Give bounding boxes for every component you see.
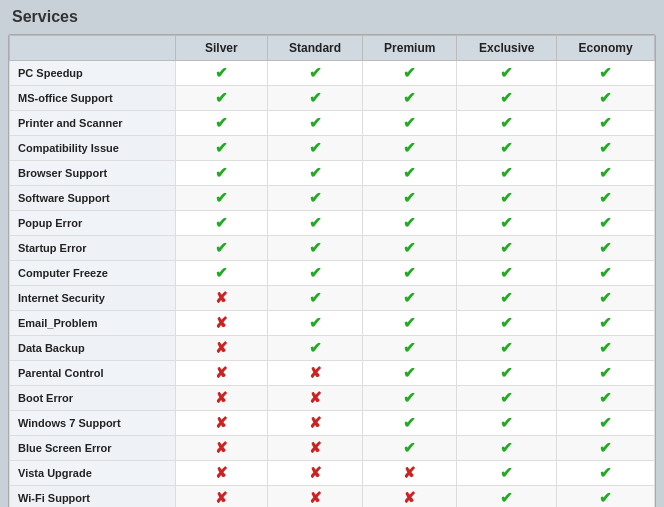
check-icon: ✔ xyxy=(500,239,513,256)
check-icon: ✔ xyxy=(500,364,513,381)
service-label: Boot Error xyxy=(10,386,176,411)
table-row: Wi-Fi Support✘✘✘✔✔ xyxy=(10,486,655,508)
cell-silver: ✔ xyxy=(175,61,268,86)
check-icon: ✔ xyxy=(599,489,612,506)
check-icon: ✔ xyxy=(599,414,612,431)
check-icon: ✔ xyxy=(309,64,322,81)
cell-standard: ✔ xyxy=(268,111,363,136)
cross-icon: ✘ xyxy=(309,389,322,406)
cell-standard: ✔ xyxy=(268,236,363,261)
cell-exclusive: ✔ xyxy=(457,311,557,336)
cell-exclusive: ✔ xyxy=(457,261,557,286)
service-label: Startup Error xyxy=(10,236,176,261)
cell-economy: ✔ xyxy=(557,186,655,211)
cell-standard: ✔ xyxy=(268,286,363,311)
check-icon: ✔ xyxy=(500,389,513,406)
cross-icon: ✘ xyxy=(403,464,416,481)
cell-economy: ✔ xyxy=(557,486,655,508)
service-label: Popup Error xyxy=(10,211,176,236)
service-label: Compatibility Issue xyxy=(10,136,176,161)
cell-standard: ✘ xyxy=(268,486,363,508)
table-row: Compatibility Issue✔✔✔✔✔ xyxy=(10,136,655,161)
check-icon: ✔ xyxy=(500,289,513,306)
table-row: Boot Error✘✘✔✔✔ xyxy=(10,386,655,411)
check-icon: ✔ xyxy=(403,189,416,206)
page-container: Services Silver Standard Premium Exclusi… xyxy=(0,0,664,507)
cell-standard: ✔ xyxy=(268,186,363,211)
cross-icon: ✘ xyxy=(309,464,322,481)
cross-icon: ✘ xyxy=(309,364,322,381)
service-label: Data Backup xyxy=(10,336,176,361)
cross-icon: ✘ xyxy=(215,414,228,431)
check-icon: ✔ xyxy=(403,214,416,231)
cell-silver: ✔ xyxy=(175,236,268,261)
cross-icon: ✘ xyxy=(215,289,228,306)
cell-silver: ✔ xyxy=(175,261,268,286)
cell-exclusive: ✔ xyxy=(457,486,557,508)
check-icon: ✔ xyxy=(309,214,322,231)
header-row: Silver Standard Premium Exclusive Econom… xyxy=(10,36,655,61)
check-icon: ✔ xyxy=(309,164,322,181)
check-icon: ✔ xyxy=(403,264,416,281)
table-row: Computer Freeze✔✔✔✔✔ xyxy=(10,261,655,286)
check-icon: ✔ xyxy=(215,89,228,106)
check-icon: ✔ xyxy=(215,189,228,206)
cell-silver: ✘ xyxy=(175,486,268,508)
check-icon: ✔ xyxy=(500,64,513,81)
check-icon: ✔ xyxy=(500,464,513,481)
cross-icon: ✘ xyxy=(215,364,228,381)
cross-icon: ✘ xyxy=(403,489,416,506)
cross-icon: ✘ xyxy=(215,314,228,331)
table-row: Browser Support✔✔✔✔✔ xyxy=(10,161,655,186)
cell-standard: ✔ xyxy=(268,211,363,236)
check-icon: ✔ xyxy=(500,89,513,106)
cell-silver: ✘ xyxy=(175,386,268,411)
check-icon: ✔ xyxy=(599,164,612,181)
check-icon: ✔ xyxy=(599,214,612,231)
check-icon: ✔ xyxy=(403,164,416,181)
check-icon: ✔ xyxy=(309,264,322,281)
check-icon: ✔ xyxy=(309,289,322,306)
col-premium: Premium xyxy=(363,36,457,61)
cell-standard: ✔ xyxy=(268,336,363,361)
cell-premium: ✘ xyxy=(363,461,457,486)
cell-silver: ✔ xyxy=(175,136,268,161)
cell-economy: ✔ xyxy=(557,136,655,161)
col-economy: Economy xyxy=(557,36,655,61)
cell-silver: ✘ xyxy=(175,336,268,361)
cell-exclusive: ✔ xyxy=(457,161,557,186)
cell-exclusive: ✔ xyxy=(457,186,557,211)
check-icon: ✔ xyxy=(500,189,513,206)
service-label: MS-office Support xyxy=(10,86,176,111)
check-icon: ✔ xyxy=(500,264,513,281)
cell-standard: ✘ xyxy=(268,361,363,386)
cell-premium: ✔ xyxy=(363,336,457,361)
check-icon: ✔ xyxy=(599,189,612,206)
service-label: Parental Control xyxy=(10,361,176,386)
cross-icon: ✘ xyxy=(215,389,228,406)
cross-icon: ✘ xyxy=(215,464,228,481)
table-body: PC Speedup✔✔✔✔✔MS-office Support✔✔✔✔✔Pri… xyxy=(10,61,655,508)
cell-premium: ✔ xyxy=(363,111,457,136)
cell-premium: ✔ xyxy=(363,311,457,336)
check-icon: ✔ xyxy=(403,114,416,131)
cell-exclusive: ✔ xyxy=(457,411,557,436)
cross-icon: ✘ xyxy=(309,414,322,431)
service-label: Software Support xyxy=(10,186,176,211)
cross-icon: ✘ xyxy=(215,439,228,456)
check-icon: ✔ xyxy=(599,464,612,481)
cell-economy: ✔ xyxy=(557,386,655,411)
cell-premium: ✔ xyxy=(363,361,457,386)
cross-icon: ✘ xyxy=(215,339,228,356)
cell-exclusive: ✔ xyxy=(457,136,557,161)
cell-economy: ✔ xyxy=(557,261,655,286)
check-icon: ✔ xyxy=(599,89,612,106)
table-row: Software Support✔✔✔✔✔ xyxy=(10,186,655,211)
check-icon: ✔ xyxy=(403,314,416,331)
cell-economy: ✔ xyxy=(557,86,655,111)
service-label: Computer Freeze xyxy=(10,261,176,286)
cell-standard: ✔ xyxy=(268,261,363,286)
check-icon: ✔ xyxy=(599,264,612,281)
cell-silver: ✔ xyxy=(175,161,268,186)
check-icon: ✔ xyxy=(309,89,322,106)
